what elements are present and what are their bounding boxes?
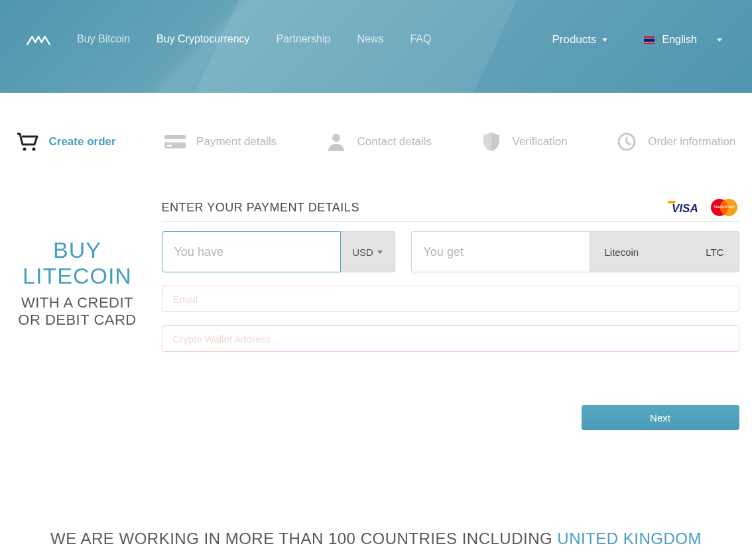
progress-steps: Create order Payment details Contact det…: [13, 133, 739, 151]
svg-text:VISA: VISA: [672, 202, 698, 214]
order-form: ENTER YOUR PAYMENT DETAILS VISA MasterCa…: [162, 197, 739, 430]
svg-rect-3: [164, 139, 186, 142]
nav-buy-cryptocurrency[interactable]: Buy Cryptocurrency: [157, 33, 250, 45]
form-heading: ENTER YOUR PAYMENT DETAILS: [162, 201, 359, 215]
step-label: Payment details: [196, 135, 277, 148]
logo-icon: [27, 33, 50, 48]
clock-icon: [615, 133, 638, 151]
you-have-input[interactable]: [162, 231, 341, 272]
products-dropdown[interactable]: Products: [552, 33, 607, 46]
nav-faq[interactable]: FAQ: [410, 33, 431, 45]
crypto-name: Litecoin: [605, 247, 639, 258]
mastercard-icon: MasterCard: [708, 197, 739, 217]
chevron-down-icon: [717, 38, 722, 42]
flag-icon: [644, 36, 655, 44]
site-header: Buy Bitcoin Buy Cryptocurrency Partnersh…: [0, 0, 752, 93]
logo[interactable]: [27, 33, 50, 48]
language-label: English: [662, 34, 697, 46]
next-button[interactable]: Next: [582, 405, 739, 430]
wallet-address-input[interactable]: [162, 325, 739, 352]
tagline-text: WE ARE WORKING IN MORE THAN 100 COUNTRIE…: [50, 530, 557, 547]
products-label: Products: [552, 33, 596, 46]
step-verification[interactable]: Verification: [480, 133, 568, 151]
page-subtitle: WITH A CREDIT OR DEBIT CARD: [13, 294, 142, 329]
step-label: Verification: [513, 135, 568, 148]
nav-buy-bitcoin[interactable]: Buy Bitcoin: [77, 33, 130, 45]
language-dropdown[interactable]: English: [644, 34, 725, 46]
accepted-cards: VISA MasterCard: [668, 197, 739, 217]
tagline: WE ARE WORKING IN MORE THAN 100 COUNTRIE…: [0, 530, 752, 548]
currency-select[interactable]: USD: [341, 231, 395, 272]
page-title: BUY LITECOIN: [13, 237, 142, 289]
svg-rect-4: [166, 145, 172, 146]
step-label: Contact details: [357, 135, 432, 148]
svg-point-0: [23, 148, 26, 151]
user-icon: [325, 133, 347, 151]
hero-title-block: BUY LITECOIN WITH A CREDIT OR DEBIT CARD: [13, 197, 142, 430]
currency-value: USD: [352, 247, 373, 258]
nav-partnership[interactable]: Partnership: [277, 33, 331, 45]
crypto-select[interactable]: Litecoin LTC: [590, 231, 739, 272]
step-payment-details[interactable]: Payment details: [164, 133, 277, 151]
main-nav: Buy Bitcoin Buy Cryptocurrency Partnersh…: [77, 33, 431, 45]
you-have-group: USD: [162, 231, 395, 272]
svg-point-5: [332, 134, 340, 142]
crypto-symbol: LTC: [706, 247, 723, 258]
step-label: Order information: [648, 135, 735, 148]
step-order-information[interactable]: Order information: [615, 133, 735, 151]
chevron-down-icon: [602, 38, 607, 42]
main-content: BUY LITECOIN WITH A CREDIT OR DEBIT CARD…: [13, 197, 739, 430]
step-contact-details[interactable]: Contact details: [325, 133, 432, 151]
you-get-group: Litecoin LTC: [411, 231, 739, 272]
visa-icon: VISA: [668, 201, 705, 214]
nav-news[interactable]: News: [357, 33, 383, 45]
step-create-order[interactable]: Create order: [17, 133, 116, 151]
cart-icon: [17, 133, 39, 151]
tagline-country: UNITED KINGDOM: [557, 530, 702, 547]
form-header: ENTER YOUR PAYMENT DETAILS VISA MasterCa…: [162, 197, 739, 222]
email-input[interactable]: [162, 286, 739, 312]
chevron-down-icon: [377, 251, 383, 254]
svg-text:MasterCard: MasterCard: [714, 205, 734, 209]
card-icon: [164, 133, 186, 151]
you-get-input[interactable]: [411, 231, 590, 272]
svg-point-1: [32, 148, 35, 151]
shield-icon: [480, 133, 503, 151]
step-label: Create order: [49, 135, 116, 148]
